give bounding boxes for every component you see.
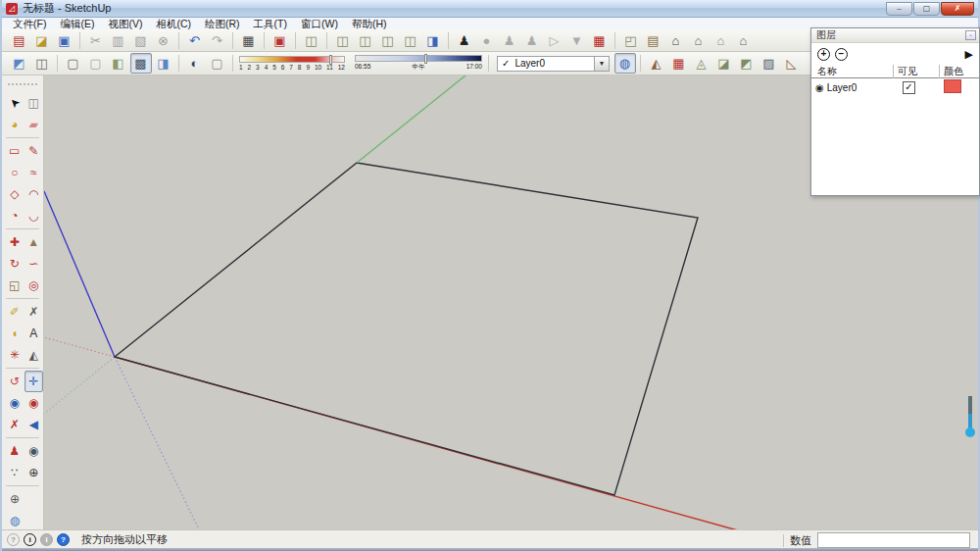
drape-icon[interactable]: ◩ — [736, 53, 758, 74]
menu-item-5[interactable]: 工具(T) — [247, 18, 294, 29]
geolocation-icon[interactable]: ? — [7, 533, 20, 546]
paste-icon[interactable]: ▧ — [130, 30, 152, 51]
visible-checkbox[interactable]: ✓ — [903, 81, 915, 94]
layer-row[interactable]: ◉Layer0✓ — [811, 78, 979, 96]
make-component-tb-icon[interactable]: ◫ — [301, 30, 322, 51]
delete-icon[interactable]: ⊗ — [153, 30, 174, 51]
box-blue-icon[interactable]: ◨ — [422, 30, 444, 51]
pie-icon[interactable]: ◔ — [5, 205, 24, 226]
stamp-icon[interactable]: ◪ — [713, 53, 735, 74]
share-model-icon[interactable]: ◰ — [620, 30, 642, 51]
active-layer-radio[interactable]: ◉ — [815, 82, 824, 93]
copy-icon[interactable]: ▥ — [108, 30, 129, 51]
menu-item-1[interactable]: 编辑(E) — [53, 18, 101, 29]
shadow-time-slider[interactable] — [355, 55, 482, 62]
circle-icon[interactable]: ○ — [5, 162, 24, 183]
position-camera-icon[interactable]: ♟ — [5, 440, 24, 462]
line-icon[interactable]: ✎ — [24, 140, 44, 162]
layer-combo-arrow[interactable]: ▼ — [595, 56, 610, 72]
box-olive-1-icon[interactable]: ◫ — [332, 30, 354, 51]
rotate-icon[interactable]: ↻ — [5, 253, 24, 275]
tape-measure-icon[interactable]: ✐ — [5, 301, 24, 323]
date-slider-handle[interactable] — [329, 55, 332, 65]
view-tool-2-icon[interactable]: ◍ — [5, 510, 24, 531]
polygon-icon[interactable]: ◇ — [5, 183, 24, 205]
undo-icon[interactable]: ↶ — [184, 30, 206, 51]
house-outline-icon[interactable]: ⌂ — [710, 30, 732, 51]
protractor-icon[interactable]: ◖ — [5, 323, 24, 344]
walk-icon[interactable]: ∵ — [5, 462, 24, 483]
new-file-icon[interactable]: ▤ — [9, 30, 30, 51]
save-icon[interactable]: ▣ — [54, 30, 75, 51]
panel-collapse-icon[interactable]: ▫ — [965, 30, 976, 40]
turn-around-icon[interactable]: ⊕ — [24, 462, 44, 483]
interact-icon[interactable]: ♟ — [454, 30, 475, 51]
menu-item-7[interactable]: 帮助(H) — [345, 18, 394, 29]
shaded-with-textures-icon[interactable]: ▩ — [130, 53, 152, 74]
measurement-input[interactable] — [817, 532, 970, 548]
text-icon[interactable]: A — [24, 323, 44, 344]
shadow-toggle-icon[interactable]: ▢ — [207, 53, 228, 74]
box-olive-4-icon[interactable]: ◫ — [400, 30, 421, 51]
funnel-tool-icon[interactable]: ▼ — [566, 30, 588, 51]
restore-button[interactable]: ▢ — [913, 2, 940, 16]
hidden-line-icon[interactable]: ▢ — [85, 53, 107, 74]
zoom-window-icon[interactable]: ◉ — [24, 392, 44, 414]
layer-color-swatch[interactable] — [944, 79, 961, 93]
from-scratch-icon[interactable]: ▦ — [668, 53, 690, 74]
rectangle-icon[interactable]: ▭ — [5, 140, 24, 162]
print-icon[interactable]: ▦ — [238, 30, 260, 51]
model-face[interactable] — [115, 163, 698, 495]
warehouse-icon[interactable]: ⌂ — [733, 30, 755, 51]
close-button[interactable]: ✗ — [941, 2, 974, 16]
xray-mode-icon[interactable]: ◩ — [9, 53, 30, 74]
eraser-icon[interactable]: ▰ — [24, 114, 44, 135]
shadow-dialog-icon[interactable]: ◐ — [184, 53, 206, 74]
figures-1-icon[interactable]: ♟ — [499, 30, 520, 51]
shaded-icon[interactable]: ◧ — [108, 53, 129, 74]
cone-tool-icon[interactable]: ▷ — [544, 30, 565, 51]
menu-item-0[interactable]: 文件(F) — [6, 18, 53, 29]
monochrome-icon[interactable]: ◨ — [153, 53, 174, 74]
minimize-button[interactable]: – — [886, 2, 912, 16]
layer-name[interactable]: Layer0 — [827, 82, 858, 93]
smoove-icon[interactable]: ◬ — [691, 53, 712, 74]
box-olive-2-icon[interactable]: ◫ — [355, 30, 376, 51]
figures-2-icon[interactable]: ♟ — [521, 30, 543, 51]
wireframe-icon[interactable]: ▢ — [63, 53, 84, 74]
open-folder-icon[interactable]: ◪ — [31, 30, 53, 51]
palette-grip[interactable] — [8, 83, 37, 89]
flip-edge-icon[interactable]: ◺ — [781, 53, 803, 74]
arc-icon[interactable]: ◠ — [24, 183, 44, 205]
view-tool-1-icon[interactable]: ⊕ — [5, 488, 24, 510]
move-icon[interactable]: ✚ — [5, 231, 24, 253]
menu-item-3[interactable]: 相机(C) — [149, 18, 198, 29]
red-grid-box-icon[interactable]: ▦ — [589, 30, 611, 51]
component-book-icon[interactable]: ▤ — [643, 30, 664, 51]
menu-item-4[interactable]: 绘图(R) — [198, 18, 247, 29]
remove-layer-button[interactable]: − — [835, 48, 848, 61]
from-contours-icon[interactable]: ◭ — [646, 53, 667, 74]
redo-icon[interactable]: ↷ — [207, 30, 228, 51]
sign-in-icon[interactable]: i — [40, 533, 53, 546]
freehand-icon[interactable]: ≈ — [24, 162, 44, 183]
paint-bucket-icon[interactable]: ◕ — [5, 114, 24, 135]
zoom-extents-icon[interactable]: ✗ — [5, 414, 24, 435]
model-info-icon[interactable]: ▣ — [270, 30, 291, 51]
offset-icon[interactable]: ◎ — [24, 275, 44, 296]
menu-item-6[interactable]: 窗口(W) — [294, 18, 345, 29]
time-slider-handle[interactable] — [424, 54, 427, 64]
arc-2-icon[interactable]: ◡ — [24, 205, 44, 226]
layer-details-arrow-icon[interactable]: ▶ — [965, 48, 973, 61]
sphere-tool-icon[interactable]: ● — [476, 30, 498, 51]
help-icon[interactable]: ? — [57, 533, 70, 546]
box-olive-3-icon[interactable]: ◫ — [377, 30, 399, 51]
layers-panel-titlebar[interactable]: 图层 ▫ — [811, 28, 979, 43]
pan-icon[interactable]: ✛ — [24, 371, 44, 392]
axes-icon[interactable]: ✳ — [5, 344, 24, 366]
claim-credit-icon[interactable]: i — [24, 533, 36, 546]
text-3d-icon[interactable]: ◭ — [24, 344, 44, 366]
previous-view-icon[interactable]: ◀ — [24, 414, 44, 435]
add-layer-button[interactable]: + — [817, 48, 830, 61]
scale-icon[interactable]: ◱ — [5, 275, 24, 296]
